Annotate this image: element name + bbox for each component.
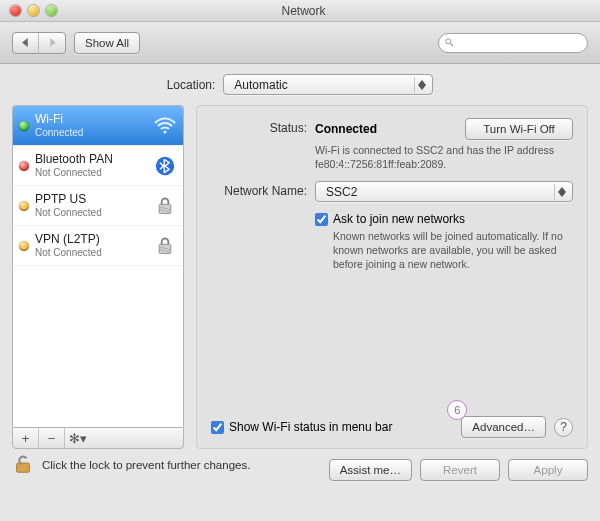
service-name: PPTP US (35, 193, 153, 207)
status-dot-icon (19, 161, 29, 171)
services-sidebar: Wi-FiConnectedBluetooth PANNot Connected… (12, 105, 184, 449)
ask-join-label: Ask to join new networks (333, 212, 465, 226)
service-status: Not Connected (35, 167, 153, 179)
zoom-window-button[interactable] (46, 5, 57, 16)
popup-arrows-icon (554, 184, 568, 200)
bluetooth-icon (153, 156, 177, 176)
location-value: Automatic (234, 78, 287, 92)
close-window-button[interactable] (10, 5, 21, 16)
remove-service-button[interactable]: − (39, 428, 65, 448)
network-name-value: SSC2 (326, 185, 357, 199)
service-item-wi-fi[interactable]: Wi-FiConnected (13, 106, 183, 146)
footer-buttons: Assist me… Revert Apply (329, 459, 588, 481)
wifi-toggle-button[interactable]: Turn Wi-Fi Off (465, 118, 573, 140)
search-icon (445, 37, 454, 48)
service-status: Not Connected (35, 207, 153, 219)
help-button[interactable]: ? (554, 418, 573, 437)
svg-line-1 (451, 44, 453, 46)
location-label: Location: (167, 78, 216, 92)
nav-segment (12, 32, 66, 54)
action-menu-button[interactable]: ✻▾ (65, 428, 91, 448)
ask-join-checkbox-row[interactable]: Ask to join new networks (315, 212, 573, 226)
toolbar: Show All (0, 22, 600, 64)
service-item-bluetooth-pan[interactable]: Bluetooth PANNot Connected (13, 146, 183, 186)
title-bar: Network (0, 0, 600, 22)
pref-pane-body: Location: Automatic Wi-FiConnectedBlueto… (0, 64, 600, 521)
window-controls (0, 5, 57, 16)
search-field[interactable] (438, 33, 588, 53)
services-toolbar: + − ✻▾ (12, 427, 184, 449)
popup-arrows-icon (414, 77, 428, 93)
service-item-vpn-l2tp-[interactable]: VPN (L2TP)Not Connected (13, 226, 183, 266)
svg-point-0 (446, 39, 451, 44)
status-dot-icon (19, 121, 29, 131)
service-detail-pane: Status: Connected Turn Wi-Fi Off Wi-Fi i… (196, 105, 588, 449)
services-list[interactable]: Wi-FiConnectedBluetooth PANNot Connected… (12, 105, 184, 427)
minimize-window-button[interactable] (28, 5, 39, 16)
window-title: Network (57, 4, 550, 18)
show-all-button[interactable]: Show All (74, 32, 140, 54)
show-menu-checkbox-row[interactable]: Show Wi-Fi status in menu bar (211, 420, 392, 434)
advanced-button[interactable]: Advanced… (461, 416, 546, 438)
status-description: Wi-Fi is connected to SSC2 and has the I… (315, 144, 573, 171)
ask-join-checkbox[interactable] (315, 213, 328, 226)
status-label: Status: (211, 118, 315, 135)
forward-button[interactable] (39, 33, 65, 53)
status-dot-icon (19, 241, 29, 251)
service-name: VPN (L2TP) (35, 233, 153, 247)
revert-button[interactable]: Revert (420, 459, 500, 481)
network-name-label: Network Name: (211, 181, 315, 198)
service-status: Connected (35, 127, 153, 139)
status-dot-icon (19, 201, 29, 211)
svg-rect-12 (17, 463, 30, 472)
show-menu-checkbox[interactable] (211, 421, 224, 434)
service-name: Bluetooth PAN (35, 153, 153, 167)
search-input[interactable] (458, 37, 581, 49)
service-status: Not Connected (35, 247, 153, 259)
status-value: Connected (315, 122, 377, 136)
network-name-popup[interactable]: SSC2 (315, 181, 573, 202)
service-name: Wi-Fi (35, 113, 153, 127)
apply-button[interactable]: Apply (508, 459, 588, 481)
location-row: Location: Automatic (12, 74, 588, 95)
lock-row: Click the lock to prevent further change… (12, 453, 250, 477)
lock-icon (153, 236, 177, 256)
service-item-pptp-us[interactable]: PPTP USNot Connected (13, 186, 183, 226)
lock-icon (153, 196, 177, 216)
add-service-button[interactable]: + (13, 428, 39, 448)
show-menu-label: Show Wi-Fi status in menu bar (229, 420, 392, 434)
assist-me-button[interactable]: Assist me… (329, 459, 412, 481)
ask-join-description: Known networks will be joined automatica… (315, 230, 573, 271)
svg-point-2 (163, 130, 166, 133)
location-popup[interactable]: Automatic (223, 74, 433, 95)
lock-text: Click the lock to prevent further change… (42, 459, 250, 471)
back-button[interactable] (13, 33, 39, 53)
lock-icon[interactable] (12, 453, 34, 477)
wifi-icon (153, 116, 177, 136)
